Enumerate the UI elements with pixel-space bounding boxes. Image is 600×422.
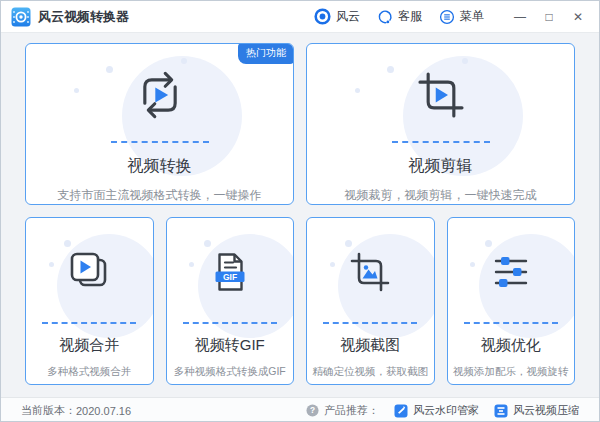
app-window: 风云视频转换器 风云 客服 [0,0,600,422]
decor-dot [106,66,113,73]
minimize-button[interactable]: — [509,6,531,28]
dashed-divider [111,141,209,143]
customer-service-label: 客服 [398,8,422,25]
dashed-divider [392,141,490,143]
card-subtitle: 支持市面主流视频格式转换，一键操作 [58,187,262,204]
card-title: 视频剪辑 [409,156,473,177]
product-link-compress[interactable]: 风云视频压缩 [494,403,579,418]
app-identity: 风云视频转换器 [11,7,129,27]
dashed-divider [183,322,277,324]
gif-file-icon: GIF [206,228,254,316]
headset-icon [377,9,393,25]
card-video-clip[interactable]: 视频剪辑 视频裁剪，视频剪辑，一键快速完成 [306,43,575,205]
decor-dot [330,262,335,267]
recommend-label: 产品推荐： [324,403,379,418]
maximize-button[interactable]: □ [538,6,560,28]
card-title: 视频转GIF [195,336,265,355]
card-title: 视频优化 [481,336,541,355]
card-video-merge[interactable]: 视频合并 多种格式视频合并 [25,217,154,385]
gif-icon-label: GIF [223,272,237,282]
sliders-icon [487,228,535,316]
card-subtitle: 视频添加配乐，视频旋转 [453,365,569,379]
dashed-divider [323,322,417,324]
convert-loop-play-icon [132,56,188,133]
crop-play-icon [413,56,469,133]
close-button[interactable]: ✕ [567,6,589,28]
card-video-to-gif[interactable]: GIF 视频转GIF 多种视频格式转换成GIF [166,217,295,385]
product-recommendations: ? 产品推荐： 风云水印管家 [306,403,579,418]
help-glyph: ? [310,405,315,415]
watermark-product-icon [394,404,408,418]
menu-label: 菜单 [460,8,484,25]
stacked-videos-icon [65,228,113,316]
fengyun-label: 风云 [336,8,360,25]
fengyun-logo-icon [314,8,331,25]
menu-button[interactable]: 菜单 [439,8,484,25]
dashed-divider [464,322,558,324]
decor-dot [189,262,194,267]
card-video-screenshot[interactable]: 视频截图 精确定位视频，获取截图 [306,217,435,385]
card-video-optimize[interactable]: 视频优化 视频添加配乐，视频旋转 [447,217,576,385]
compress-product-icon [494,404,508,418]
app-title: 风云视频转换器 [38,8,129,26]
statusbar: 当前版本：2020.07.16 ? 产品推荐： 风云水印管家 [1,397,599,422]
decor-dot [387,66,394,73]
product-label: 风云视频压缩 [513,403,579,418]
decor-dot [49,262,54,267]
customer-service-button[interactable]: 客服 [377,8,422,25]
feature-row-top: 热门功能 视频转换 支持市面主流视频格式转换，一键操作 [25,43,575,205]
help-icon: ? [306,404,319,417]
feature-row-bottom: 视频合并 多种格式视频合并 GIF [25,217,575,385]
app-logo-icon [11,7,31,27]
card-subtitle: 精确定位视频，获取截图 [313,365,429,379]
main-content: 热门功能 视频转换 支持市面主流视频格式转换，一键操作 [1,33,599,397]
version-value: 2020.07.16 [76,405,131,417]
card-title: 视频合并 [59,336,119,355]
card-subtitle: 多种格式视频合并 [47,365,131,379]
card-subtitle: 视频裁剪，视频剪辑，一键快速完成 [345,187,537,204]
titlebar: 风云视频转换器 风云 客服 [1,1,599,33]
card-title: 视频转换 [128,156,192,177]
card-title: 视频截图 [340,336,400,355]
fengyun-account-button[interactable]: 风云 [314,8,360,25]
card-video-convert[interactable]: 热门功能 视频转换 支持市面主流视频格式转换，一键操作 [25,43,294,205]
window-controls: — □ ✕ [509,6,589,28]
card-subtitle: 多种视频格式转换成GIF [174,365,286,379]
product-link-watermark[interactable]: 风云水印管家 [394,403,479,418]
decor-dot [74,88,79,93]
hot-feature-badge: 热门功能 [238,43,294,64]
titlebar-actions: 风云 客服 [314,6,589,28]
circled-menu-icon [439,9,455,25]
decor-dot [470,262,475,267]
product-label: 风云水印管家 [413,403,479,418]
dashed-divider [42,322,136,324]
decor-dot [355,88,360,93]
crop-image-icon [346,228,394,316]
version-label: 当前版本： [21,403,76,418]
